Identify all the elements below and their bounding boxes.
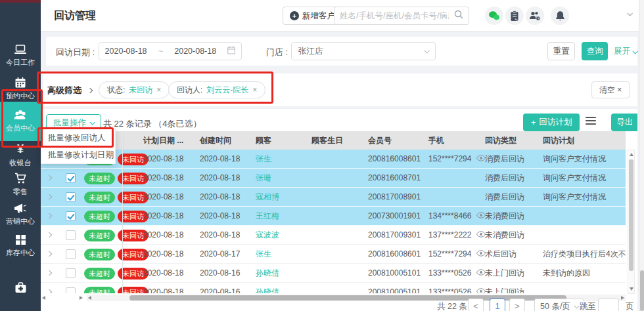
create-date-cell: 2020-08-18 bbox=[200, 226, 240, 245]
row-checkbox[interactable] bbox=[66, 211, 76, 221]
phone-cell: 152****7294 bbox=[428, 245, 486, 264]
customer-cell[interactable]: 张珊 bbox=[256, 169, 271, 188]
customer-search-input[interactable] bbox=[334, 11, 454, 20]
expand-row-icon[interactable] bbox=[47, 194, 52, 199]
page-scrollbar[interactable] bbox=[639, 0, 644, 311]
bell-icon[interactable] bbox=[551, 7, 569, 25]
visit-plan-cell: 未到访的原因 bbox=[543, 264, 590, 283]
sidebar-item-预约中心[interactable]: 预约中心 bbox=[0, 75, 41, 102]
phone-cell: 137****2222 bbox=[428, 226, 486, 245]
customer-cell[interactable]: 张生 bbox=[256, 150, 271, 169]
clipboard-phone-icon[interactable] bbox=[505, 7, 524, 25]
filter-tag-prefix: 状态: bbox=[107, 85, 125, 96]
row-checkbox[interactable] bbox=[66, 287, 76, 293]
expand-row-icon[interactable] bbox=[47, 270, 52, 276]
status-badge-not-overdue: 未超时 bbox=[84, 192, 115, 203]
expand-row-icon[interactable] bbox=[47, 232, 52, 238]
query-button[interactable]: 查询 bbox=[582, 42, 608, 60]
table-row: 未超时未回访2020-08-182020-08-18张珊200816008701… bbox=[41, 169, 626, 188]
expand-row-icon[interactable] bbox=[47, 175, 52, 180]
export-button[interactable]: 导出 bbox=[611, 114, 637, 131]
customer-cell[interactable]: 寇相博 bbox=[256, 188, 279, 207]
store-label: 门店 : bbox=[266, 47, 288, 58]
jump-suffix: 页 bbox=[626, 301, 634, 311]
sidebar-item-收银台[interactable]: ¥收银台 bbox=[0, 142, 41, 169]
sidebar-item-label: 收银台 bbox=[10, 158, 32, 168]
member-no-cell: 200810005101 bbox=[368, 283, 421, 293]
customer-cell[interactable]: 王红梅 bbox=[256, 207, 279, 226]
column-header: 顾客生日 bbox=[311, 131, 343, 150]
row-checkbox[interactable] bbox=[66, 173, 76, 183]
filter-tag[interactable]: 状态:未回访× bbox=[99, 81, 170, 98]
phone-cell: 133****0526 bbox=[428, 283, 486, 293]
status-tags: 未超时未回访 bbox=[84, 172, 151, 184]
clear-filters-button[interactable]: 清空 × bbox=[591, 81, 630, 98]
dropdown-item[interactable]: 批量修改计划日期 bbox=[41, 146, 115, 163]
reset-button[interactable]: 重置 bbox=[547, 42, 575, 60]
users-icon bbox=[13, 110, 28, 121]
users-clock-icon[interactable] bbox=[526, 7, 544, 25]
visit-date-range-picker[interactable]: 2020-08-18 ~ 2020-08-18 bbox=[99, 42, 242, 60]
expand-row-icon[interactable] bbox=[47, 251, 52, 257]
dropdown-item[interactable]: 批量修改回访人 bbox=[41, 129, 115, 146]
current-page-button[interactable]: 1 bbox=[490, 299, 505, 311]
plan-date-cell: 2020-08-18 bbox=[143, 264, 183, 283]
prev-page-button[interactable]: < bbox=[468, 299, 484, 311]
row-checkbox[interactable] bbox=[66, 230, 76, 240]
expand-link[interactable]: 展开 bbox=[614, 46, 637, 57]
jump-page-input[interactable] bbox=[598, 299, 619, 311]
sidebar-item-medical[interactable] bbox=[0, 276, 41, 299]
customer-cell[interactable]: 张生 bbox=[256, 245, 271, 264]
column-header: 会员号 bbox=[368, 131, 392, 150]
advanced-filter-toggle[interactable]: 高级筛选 bbox=[47, 85, 92, 96]
visit-type-cell: 消费后回访 bbox=[485, 188, 524, 207]
add-visit-plan-button[interactable]: + 回访计划 bbox=[523, 114, 580, 131]
remove-tag-icon[interactable]: × bbox=[156, 85, 161, 94]
customer-search bbox=[334, 7, 469, 25]
page-size-select[interactable]: 50 条/页 bbox=[534, 299, 584, 311]
topbar-collapse-chevron-icon[interactable] bbox=[627, 10, 632, 16]
page-scroll-thumb[interactable] bbox=[640, 270, 644, 311]
laptop-icon bbox=[14, 44, 27, 55]
column-settings-icon[interactable] bbox=[586, 117, 596, 126]
search-icon[interactable] bbox=[454, 10, 469, 22]
expand-row-icon[interactable] bbox=[47, 213, 52, 218]
chevron-down-icon bbox=[424, 48, 429, 53]
next-page-button[interactable]: > bbox=[509, 299, 525, 311]
table-row: 未超时未回访2020-08-182020-08-18寇相博20081700890… bbox=[41, 188, 626, 207]
row-checkbox[interactable] bbox=[66, 249, 76, 259]
filter-tag-value: 未回访 bbox=[129, 85, 152, 96]
row-checkbox[interactable] bbox=[66, 192, 76, 202]
visit-plan-cell: 询问客户支付情况 bbox=[543, 150, 606, 169]
scroll-down-arrow-icon[interactable] bbox=[630, 287, 633, 291]
sidebar-item-今日工作[interactable]: 今日工作 bbox=[0, 42, 41, 70]
batch-actions-dropdown: 批量修改回访人批量修改计划日期 bbox=[41, 129, 116, 164]
phone-cell: 134****8466 bbox=[428, 207, 486, 226]
sidebar-item-零售[interactable]: 零售 bbox=[0, 171, 41, 198]
plan-date-cell: 2020-08-18 bbox=[143, 245, 183, 264]
expand-row-icon[interactable] bbox=[47, 289, 52, 293]
member-no-cell: 200810005101 bbox=[368, 264, 421, 283]
table-vertical-scrollbar[interactable] bbox=[628, 150, 635, 294]
chevron-down-icon bbox=[632, 49, 637, 54]
visit-type-cell: 消费后回访 bbox=[485, 169, 524, 188]
sidebar-item-库存中心[interactable]: 库存中心 bbox=[0, 232, 41, 260]
remove-tag-icon[interactable]: × bbox=[252, 85, 257, 94]
sidebar-top-strip bbox=[0, 0, 41, 3]
filter-tag[interactable]: 回访人:刘云云-院长× bbox=[168, 81, 265, 98]
status-badge-not-overdue: 未超时 bbox=[84, 249, 115, 260]
customer-cell[interactable]: 孙晓倩 bbox=[256, 264, 279, 283]
customer-cell[interactable]: 孙晓倩 bbox=[256, 283, 279, 293]
chevron-down-icon bbox=[89, 119, 95, 125]
vertical-scroll-thumb[interactable] bbox=[629, 159, 633, 271]
store-select[interactable]: 张江店 bbox=[291, 42, 436, 60]
sidebar-item-会员中心[interactable]: 会员中心 bbox=[0, 102, 41, 141]
sidebar-item-营销中心[interactable]: 营销中心 bbox=[0, 201, 41, 228]
table-body: 未超时未回访2020-08-182020-08-18张生200816008601… bbox=[41, 150, 626, 293]
scroll-up-arrow-icon[interactable] bbox=[630, 153, 633, 156]
wechat-icon[interactable] bbox=[485, 7, 503, 25]
status-badge-not-overdue: 未超时 bbox=[84, 173, 115, 184]
record-count-text: 共 22 条记录 bbox=[103, 119, 152, 129]
customer-cell[interactable]: 寇波波 bbox=[256, 226, 279, 245]
row-checkbox[interactable] bbox=[66, 268, 76, 278]
